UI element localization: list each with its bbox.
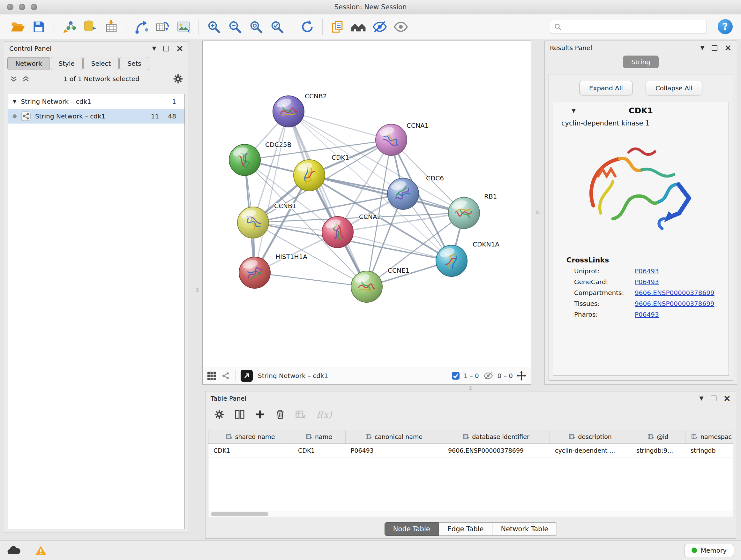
- zoom-in-button[interactable]: [205, 17, 223, 36]
- tab-node-table[interactable]: Node Table: [385, 522, 439, 536]
- close-panel-icon[interactable]: ×: [724, 44, 732, 51]
- node-CDK1[interactable]: CDK1: [293, 153, 349, 191]
- node-CCNA1[interactable]: CCNA1: [376, 122, 428, 155]
- expand-all-tree-icon[interactable]: [10, 75, 17, 82]
- zoom-selected-button[interactable]: [268, 17, 286, 36]
- open-session-button[interactable]: [8, 17, 27, 36]
- table-toolbar: f(x): [205, 406, 736, 423]
- fit-content-crosshair-icon[interactable]: [517, 371, 526, 381]
- edge-CCNB2-HIST1H1A[interactable]: [255, 111, 288, 273]
- tab-network[interactable]: Network: [7, 57, 50, 70]
- crosslink-value[interactable]: P06493: [635, 267, 659, 275]
- tab-edge-table[interactable]: Edge Table: [439, 522, 492, 536]
- crosslink-value[interactable]: 9606.ENSP00000378699: [635, 300, 715, 307]
- global-search[interactable]: [550, 20, 707, 34]
- tab-string[interactable]: String: [623, 56, 659, 68]
- column-header-canonical-name[interactable]: canonical name: [346, 430, 443, 443]
- close-window-button[interactable]: [7, 4, 13, 10]
- panel-menu-icon[interactable]: ▼: [699, 395, 703, 401]
- close-panel-icon[interactable]: ×: [176, 45, 184, 52]
- collapse-arrow-icon[interactable]: ▼: [571, 107, 576, 114]
- crosslink-value[interactable]: P06493: [635, 311, 659, 318]
- horizontal-scrollbar[interactable]: [208, 511, 733, 517]
- column-header--id[interactable]: @id: [631, 430, 685, 443]
- scrollbar-thumb[interactable]: [211, 512, 268, 516]
- node-CDC25B[interactable]: CDC25B: [229, 141, 292, 176]
- node-HIST1H1A[interactable]: HIST1H1A: [239, 253, 307, 288]
- copy-document-button[interactable]: [328, 17, 347, 36]
- splitter-handle[interactable]: [536, 211, 539, 214]
- tab-select[interactable]: Select: [83, 57, 119, 70]
- protein-description: cyclin-dependent kinase 1: [553, 119, 729, 127]
- export-image-button[interactable]: [174, 17, 193, 36]
- network-list-icon[interactable]: [221, 371, 230, 380]
- tab-network-table[interactable]: Network Table: [492, 522, 557, 536]
- import-table-button[interactable]: [102, 17, 120, 36]
- expand-all-button[interactable]: Expand All: [579, 81, 633, 96]
- memory-button[interactable]: Memory: [684, 544, 734, 557]
- search-input[interactable]: [564, 23, 703, 31]
- tab-sets[interactable]: Sets: [119, 57, 149, 70]
- show-all-panels-button[interactable]: [349, 17, 368, 36]
- table-cell: P06493: [346, 444, 443, 457]
- node-label-CDC6: CDC6: [426, 174, 444, 182]
- hidden-counts: 0 – 0: [497, 372, 513, 380]
- network-graph[interactable]: CCNB2CCNA1CDC25BCDK1CDC6RB1CCNB1CCNA2CDK…: [203, 41, 531, 367]
- birdseye-toggle-button[interactable]: [241, 370, 253, 382]
- zoom-fit-button[interactable]: [247, 17, 265, 36]
- network-canvas[interactable]: CCNB2CCNA1CDC25BCDK1CDC6RB1CCNB1CCNA2CDK…: [203, 41, 531, 367]
- close-panel-icon[interactable]: ×: [724, 395, 731, 402]
- tab-style[interactable]: Style: [51, 57, 83, 70]
- results-panel-title: Results Panel: [550, 44, 592, 52]
- edge-CCNA2-CDKN1A[interactable]: [338, 232, 452, 261]
- import-network-from-file-button[interactable]: [60, 17, 78, 36]
- show-columns-icon[interactable]: [235, 410, 245, 419]
- add-column-icon[interactable]: [255, 410, 265, 419]
- warning-icon[interactable]: [35, 545, 47, 556]
- column-header-description[interactable]: description: [550, 430, 631, 443]
- column-header-shared-name[interactable]: shared name: [208, 430, 293, 443]
- protein-card-header[interactable]: ▼ CDK1: [553, 102, 729, 119]
- column-header-namespac[interactable]: namespac: [685, 430, 733, 443]
- collapse-all-tree-icon[interactable]: [22, 75, 30, 82]
- panel-menu-icon[interactable]: ▼: [700, 45, 704, 51]
- hide-selected-button[interactable]: [370, 17, 389, 36]
- maximize-window-button[interactable]: [30, 4, 37, 10]
- table-row[interactable]: CDK1CDK1P064939606.ENSP00000378699cyclin…: [208, 444, 733, 457]
- network-from-table-button[interactable]: [153, 17, 172, 36]
- node-CDKN1A[interactable]: CDKN1A: [436, 240, 499, 276]
- gear-icon[interactable]: [173, 74, 183, 84]
- save-session-button[interactable]: [29, 17, 48, 36]
- apply-layout-button[interactable]: [298, 17, 317, 36]
- network-collection-row[interactable]: ▼ String Network – cdk1 1: [8, 94, 185, 109]
- collapse-all-button[interactable]: Collapse All: [646, 81, 702, 96]
- grid-view-icon[interactable]: [207, 371, 216, 380]
- column-header-name[interactable]: name: [293, 430, 346, 443]
- gear-icon[interactable]: [214, 410, 224, 419]
- new-network-button[interactable]: [132, 17, 151, 36]
- show-hidden-button[interactable]: [392, 17, 410, 36]
- minimize-window-button[interactable]: [19, 4, 25, 10]
- help-button[interactable]: ?: [718, 19, 733, 34]
- panel-menu-icon[interactable]: ▼: [152, 46, 156, 51]
- column-header-database-identifier[interactable]: database identifier: [443, 430, 550, 443]
- protein-card: ▼ CDK1 cyclin-dependent kinase 1: [553, 102, 729, 376]
- network-row[interactable]: String Network – cdk1 11 48: [8, 109, 185, 124]
- node-RB1[interactable]: RB1: [448, 192, 497, 229]
- float-panel-icon[interactable]: [711, 395, 717, 401]
- float-panel-icon[interactable]: [163, 46, 169, 51]
- crosslink-value[interactable]: P06493: [635, 278, 659, 286]
- control-panel-tabs: NetworkStyleSelectSets: [4, 56, 189, 70]
- cloud-icon[interactable]: [7, 545, 21, 556]
- crosslink-value[interactable]: 9606.ENSP00000378699: [635, 289, 715, 297]
- float-panel-icon[interactable]: [712, 45, 718, 51]
- zoom-out-button[interactable]: [226, 17, 244, 36]
- splitter-handle[interactable]: [196, 288, 199, 292]
- node-CCNB1[interactable]: CCNB1: [238, 202, 296, 238]
- collapse-arrow-icon[interactable]: ▼: [13, 99, 17, 105]
- import-network-from-database-button[interactable]: [81, 17, 99, 36]
- delete-column-icon[interactable]: [276, 410, 285, 419]
- edge-HIST1H1A-CCNE1[interactable]: [255, 273, 367, 287]
- node-CCNB2[interactable]: CCNB2: [273, 92, 327, 127]
- splitter-handle[interactable]: [469, 386, 472, 390]
